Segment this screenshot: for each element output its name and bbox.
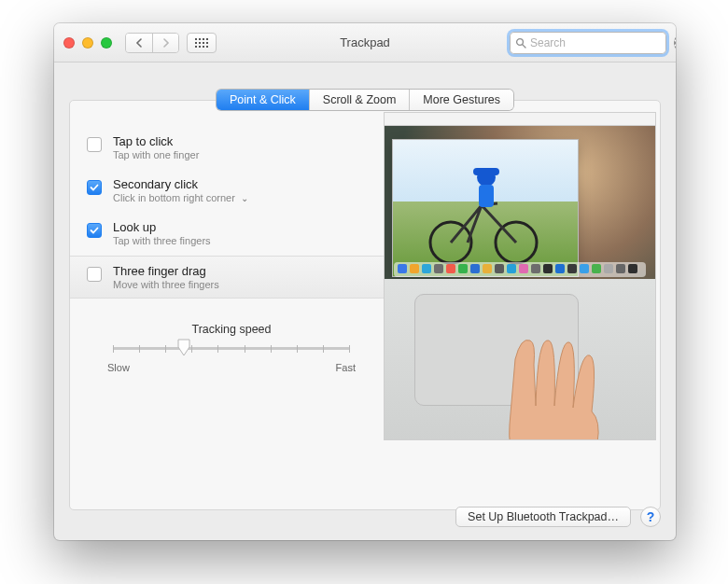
photo-illustration [393, 140, 580, 278]
grid-icon [195, 38, 208, 48]
preview-dock [394, 262, 646, 277]
tracking-speed-label: Tracking speed [107, 323, 356, 336]
tracking-speed-block: Tracking speed Slow [70, 323, 384, 373]
forward-button[interactable] [152, 34, 178, 52]
svg-rect-5 [479, 185, 494, 207]
tracking-speed-slider[interactable] [113, 340, 350, 356]
gesture-preview [384, 118, 660, 509]
option-subtitle[interactable]: Click in bottom right corner ⌄ [113, 192, 248, 203]
tab-scroll-and-zoom[interactable]: Scroll & Zoom [309, 90, 410, 110]
minimize-button[interactable] [82, 37, 93, 49]
checkbox-secondary-click[interactable] [87, 180, 102, 195]
option-title: Secondary click [113, 177, 248, 191]
help-button[interactable]: ? [640, 507, 661, 527]
search-input[interactable] [530, 36, 670, 49]
svg-rect-6 [473, 168, 499, 175]
search-field-wrap[interactable] [510, 32, 666, 54]
option-title: Tap to click [113, 134, 199, 148]
option-look-up[interactable]: Look up Tap with three fingers [70, 213, 384, 256]
slider-knob[interactable] [176, 338, 191, 356]
option-subtitle: Tap with one finger [113, 149, 199, 160]
svg-line-1 [523, 44, 525, 47]
trackpad-preferences-window: Trackpad Point & Click Scroll & Zoom Mor… [54, 23, 676, 540]
option-tap-to-click[interactable]: Tap to click Tap with one finger [70, 127, 384, 170]
body-area: Point & Click Scroll & Zoom More Gesture… [54, 63, 676, 523]
option-subtitle: Tap with three fingers [113, 235, 211, 246]
checkbox-look-up[interactable] [87, 223, 102, 238]
gesture-preview-image [384, 112, 656, 440]
chevron-down-icon: ⌄ [241, 193, 248, 203]
footer: Set Up Bluetooth Trackpad… ? [455, 507, 661, 527]
zoom-button[interactable] [101, 37, 112, 49]
slider-ticks [113, 342, 350, 354]
checkbox-tap-to-click[interactable] [87, 137, 102, 152]
tab-group: Point & Click Scroll & Zoom More Gesture… [217, 90, 513, 110]
nav-group [125, 33, 179, 53]
clear-search-button[interactable] [674, 36, 676, 49]
window-controls [63, 37, 112, 49]
tab-point-and-click[interactable]: Point & Click [217, 90, 309, 110]
tab-more-gestures[interactable]: More Gestures [409, 90, 513, 110]
options-list: Tap to click Tap with one finger Seconda… [70, 118, 384, 509]
options-panel: Tap to click Tap with one finger Seconda… [69, 100, 661, 510]
hand-illustration [487, 331, 618, 440]
back-button[interactable] [126, 34, 152, 52]
slider-fast-label: Fast [336, 362, 356, 373]
option-secondary-click[interactable]: Secondary click Click in bottom right co… [70, 170, 384, 213]
option-three-finger-drag[interactable]: Three finger drag Move with three finger… [70, 256, 384, 299]
search-icon [515, 37, 526, 49]
setup-bluetooth-trackpad-button[interactable]: Set Up Bluetooth Trackpad… [455, 507, 631, 527]
titlebar: Trackpad [54, 23, 676, 63]
close-button[interactable] [63, 37, 75, 49]
slider-slow-label: Slow [107, 362, 130, 373]
option-title: Three finger drag [113, 264, 219, 278]
option-title: Look up [113, 220, 211, 234]
preview-window [392, 139, 579, 277]
checkbox-three-finger-drag[interactable] [87, 267, 102, 282]
option-subtitle: Move with three fingers [113, 279, 219, 290]
show-all-button[interactable] [187, 33, 217, 53]
